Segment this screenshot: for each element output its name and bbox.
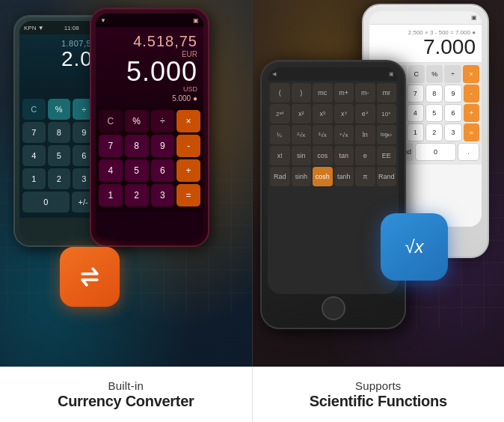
phone2-key-5[interactable]: 5 xyxy=(125,159,149,182)
currency-converter-badge[interactable] xyxy=(60,247,120,307)
phone4-battery: ▣ xyxy=(389,71,394,77)
phone4-dark: ◀ ▣ ( ) mc m+ m- mr 2ⁿᵈ x² x³ xyxy=(260,60,406,329)
phone2-pink: ▼ ▣ 4.518,75 EUR 5.000 USD 5.000 ● C % ÷… xyxy=(90,7,209,247)
caption-right: Supports Scientific Functions xyxy=(253,367,505,422)
phone3-key-9[interactable]: 9 xyxy=(444,85,461,103)
phone4-key-xfact[interactable]: x! xyxy=(270,146,290,165)
phone4-key-2nd[interactable]: 2ⁿᵈ xyxy=(270,104,290,123)
phone4-row4: x! sin cos tan e EE xyxy=(270,146,396,165)
phone2-key-2[interactable]: 2 xyxy=(125,184,149,207)
phone3-key-dot[interactable]: . xyxy=(458,143,479,161)
phone4-key-e[interactable]: e xyxy=(355,146,375,165)
phone2-key-7[interactable]: 7 xyxy=(99,135,123,157)
phone4-key-mplus[interactable]: m+ xyxy=(334,83,354,103)
phone4-key-sqrt2[interactable]: ²√x xyxy=(292,125,312,144)
phone2-keypad: C % ÷ × 7 8 9 - 4 5 6 + xyxy=(96,107,203,212)
phone4-key-x3[interactable]: x³ xyxy=(313,104,333,123)
bottom-captions: Built-in Currency Converter Supports Sci… xyxy=(0,367,504,422)
phone3-key-4[interactable]: 4 xyxy=(407,104,424,122)
phone3-display: 2.500 × 3 - 500 = 7.000 ● 7.000 xyxy=(369,25,482,63)
phone4-key-cosh[interactable]: cosh xyxy=(313,167,333,186)
phone3-key-minus[interactable]: - xyxy=(464,85,479,103)
scientific-functions-badge[interactable]: √x xyxy=(381,213,448,281)
phone4-key-close[interactable]: ) xyxy=(292,83,312,103)
phone4-key-tan[interactable]: tan xyxy=(334,146,354,165)
phone4-key-mc[interactable]: mc xyxy=(313,83,333,103)
phone4-home-button[interactable] xyxy=(322,296,345,320)
phone4-row2: 2ⁿᵈ x² x³ xʸ eˣ 10ˣ xyxy=(270,104,396,123)
phone1-key-8[interactable]: 8 xyxy=(48,122,71,143)
phone3-key-0[interactable]: 0 xyxy=(415,143,457,161)
phone3-key-8[interactable]: 8 xyxy=(425,85,443,103)
phone3-key-percent[interactable]: % xyxy=(426,65,443,83)
left-panel: KPN ▼ 11:08 81% ▣ 1.807,50 EUR 2.000 USD… xyxy=(0,0,252,367)
phone4-key-mminus[interactable]: m- xyxy=(355,83,375,103)
phone2-key-equals[interactable]: = xyxy=(176,184,200,207)
phone2-amount-sub: 5.000 ● xyxy=(102,94,197,103)
phone3-key-equals[interactable]: = xyxy=(464,123,479,141)
phone1-key-7[interactable]: 7 xyxy=(22,122,46,143)
phone4-screen: ◀ ▣ ( ) mc m+ m- mr 2ⁿᵈ x² x³ xyxy=(268,67,399,294)
phone2-key-1[interactable]: 1 xyxy=(99,184,123,207)
phone4-statusbar: ◀ ▣ xyxy=(268,67,399,81)
phone4-key-x2[interactable]: x² xyxy=(292,104,312,123)
phone3-statusbar: ▣ xyxy=(369,11,482,25)
right-panel: ▣ 2.500 × 3 - 500 = 7.000 ● 7.000 m- mr … xyxy=(252,0,504,367)
phone4-key-tanh[interactable]: tanh xyxy=(334,167,354,186)
phone4-key-sin[interactable]: sin xyxy=(292,146,312,165)
phone4-key-10x[interactable]: 10ˣ xyxy=(377,104,397,123)
caption-right-line2: Scientific Functions xyxy=(310,393,447,410)
phone4-key-log10[interactable]: log₁₀ xyxy=(377,125,397,144)
phone4-key-ln[interactable]: ln xyxy=(355,125,375,144)
phone2-key-percent[interactable]: % xyxy=(125,110,149,132)
phone3-key-6[interactable]: 6 xyxy=(444,104,461,122)
phone4-key-ee[interactable]: EE xyxy=(377,146,397,165)
phone2-row4: 1 2 3 = xyxy=(99,184,200,207)
phone1-key-5[interactable]: 5 xyxy=(48,145,71,166)
phone2-key-multiply[interactable]: × xyxy=(176,110,200,132)
phone4-key-rad[interactable]: Rad xyxy=(270,167,290,186)
phone2-key-divide[interactable]: ÷ xyxy=(151,110,175,132)
caption-left: Built-in Currency Converter xyxy=(0,367,253,422)
phone3-key-divide[interactable]: ÷ xyxy=(444,65,461,83)
phone3-key-c[interactable]: C xyxy=(408,65,425,83)
phone4-key-sqrty[interactable]: ʸ√x xyxy=(334,125,354,144)
phone1-key-0[interactable]: 0 xyxy=(22,192,70,212)
phone4-key-mr[interactable]: mr xyxy=(377,83,397,103)
phone1-key-c[interactable]: C xyxy=(22,99,46,120)
phone1-key-2[interactable]: 2 xyxy=(48,168,71,189)
phone3-key-plus[interactable]: + xyxy=(464,104,479,122)
phone4-key-rand[interactable]: Rand xyxy=(377,167,397,186)
phone2-key-plus[interactable]: + xyxy=(176,159,200,182)
phone2-key-8[interactable]: 8 xyxy=(125,135,149,157)
phone3-key-1[interactable]: 1 xyxy=(407,123,424,141)
phone2-key-c[interactable]: C xyxy=(99,110,123,132)
phone1-key-percent[interactable]: % xyxy=(48,99,71,120)
phone4-key-sqrt3[interactable]: ³√x xyxy=(313,125,333,144)
phone4-key-inv[interactable]: ¹⁄ₓ xyxy=(270,125,290,144)
phone2-amount-top: 4.518,75 xyxy=(102,33,197,50)
phone2-key-3[interactable]: 3 xyxy=(151,184,175,207)
phone2-key-9[interactable]: 9 xyxy=(151,135,175,157)
phone2-carrier: ▼ xyxy=(100,17,106,24)
phone4-key-xy[interactable]: xʸ xyxy=(334,104,354,123)
phone2-amount-main: 5.000 xyxy=(102,58,197,85)
phone1-key-1[interactable]: 1 xyxy=(22,168,46,189)
phone3-key-multiply[interactable]: × xyxy=(463,65,479,83)
phone1-key-4[interactable]: 4 xyxy=(22,145,46,166)
phone2-battery: ▣ xyxy=(193,17,199,24)
phone4-row1: ( ) mc m+ m- mr xyxy=(270,83,396,103)
phone4-row5: Rad sinh cosh tanh π Rand xyxy=(270,167,396,186)
phone4-key-pi[interactable]: π xyxy=(355,167,375,186)
phone3-key-3[interactable]: 3 xyxy=(444,123,461,141)
phone2-key-6[interactable]: 6 xyxy=(151,159,175,182)
phone4-key-ex[interactable]: eˣ xyxy=(355,104,375,123)
phone4-key-sinh[interactable]: sinh xyxy=(292,167,312,186)
phone2-key-4[interactable]: 4 xyxy=(99,159,123,182)
phone3-key-7[interactable]: 7 xyxy=(407,85,424,103)
phone3-key-2[interactable]: 2 xyxy=(425,123,443,141)
phone4-key-cos[interactable]: cos xyxy=(313,146,333,165)
phone4-key-open[interactable]: ( xyxy=(270,83,290,103)
phone3-key-5[interactable]: 5 xyxy=(425,104,443,122)
phone2-key-minus[interactable]: - xyxy=(176,135,200,157)
